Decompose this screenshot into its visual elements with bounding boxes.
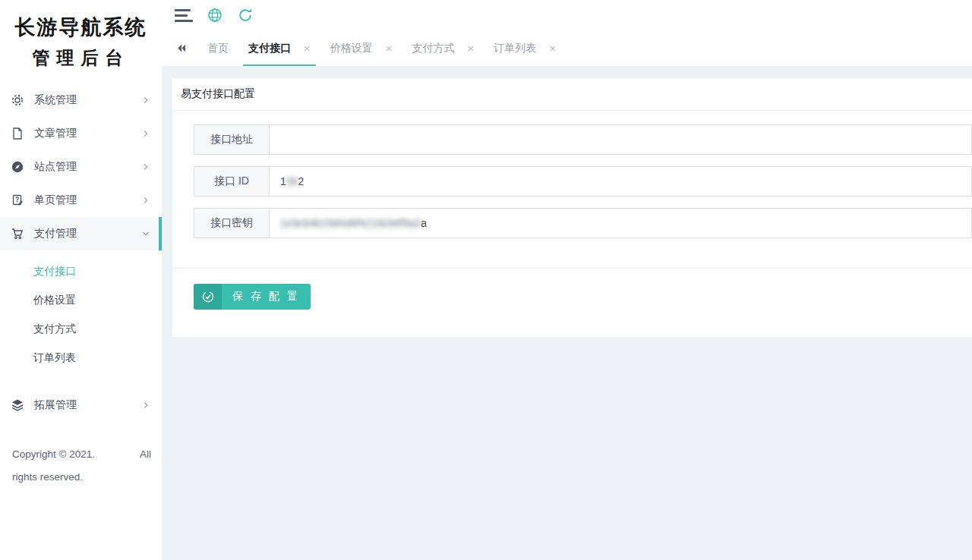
sidebar-item-label: 文章管理 — [34, 127, 140, 140]
copyright-text: Copyright © 2021. All rights reserved. — [12, 446, 151, 485]
form-row-interface-url: 接口地址 — [194, 124, 972, 155]
chevron-right-icon — [140, 128, 151, 139]
tab-label: 订单列表 — [494, 42, 536, 55]
app-logo: 长游导航系统 管理后台 — [0, 0, 162, 83]
tab-pay-method[interactable]: 支付方式 × — [402, 30, 484, 67]
id-redacted: 06 — [286, 175, 298, 187]
copyright-line1-right: All — [140, 446, 151, 462]
sidebar-item-label: 站点管理 — [34, 160, 140, 174]
submenu-item-order-list[interactable]: 订单列表 — [0, 343, 162, 372]
menu-toggle-icon[interactable] — [175, 8, 193, 24]
sidebar-item-payment[interactable]: 支付管理 — [0, 217, 162, 250]
gear-icon — [11, 93, 24, 107]
tab-bar: 首页 支付接口 × 价格设置 × 支付方式 × 订单列表 × — [162, 30, 972, 67]
copyright-line2: rights reserved. — [12, 469, 151, 485]
compass-icon — [11, 160, 24, 174]
submenu-item-price-setting[interactable]: 价格设置 — [0, 285, 162, 314]
tab-pay-interface[interactable]: 支付接口 × — [238, 30, 320, 67]
config-card: 易支付接口配置 接口地址 接口 ID 1062 接口密钥 1e9c84b19d4… — [172, 78, 972, 337]
sidebar-item-label: 单页管理 — [34, 193, 140, 207]
id-visible-suffix: 2 — [298, 175, 304, 187]
tab-order-list[interactable]: 订单列表 × — [484, 30, 566, 67]
topbar — [162, 0, 972, 30]
key-visible-suffix: a — [421, 217, 427, 229]
tab-label: 首页 — [207, 42, 229, 55]
sidebar-item-system[interactable]: 系统管理 — [0, 83, 162, 117]
logo-title: 长游导航系统 — [15, 14, 147, 41]
save-config-button[interactable]: 保 存 配 置 — [194, 284, 311, 310]
cart-icon — [11, 227, 24, 241]
button-row: 保 存 配 置 — [172, 269, 972, 337]
form-row-interface-key: 接口密钥 1e9c84b19d4d8f422dcb6f9a3a — [194, 208, 972, 238]
sidebar-item-singlepage[interactable]: 单页管理 — [0, 184, 162, 217]
config-form: 接口地址 接口 ID 1062 接口密钥 1e9c84b19d4d8f422dc… — [172, 111, 972, 238]
field-label: 接口地址 — [194, 124, 270, 155]
submenu-item-pay-method[interactable]: 支付方式 — [0, 314, 162, 343]
close-icon[interactable]: × — [304, 42, 311, 54]
chevron-right-icon — [140, 162, 151, 172]
interface-key-input[interactable]: 1e9c84b19d4d8f422dcb6f9a3a — [270, 208, 972, 238]
form-row-interface-id: 接口 ID 1062 — [194, 166, 972, 197]
submenu-item-pay-interface[interactable]: 支付接口 — [0, 256, 162, 285]
copyright-line1: Copyright © 2021. — [12, 446, 95, 462]
key-redacted: 1e9c84b19d4d8f422dcb6f9a3 — [280, 217, 421, 229]
field-label: 接口密钥 — [194, 208, 270, 238]
page-title: 易支付接口配置 — [172, 78, 972, 111]
sidebar-item-extension[interactable]: 拓展管理 — [0, 389, 162, 422]
tab-label: 价格设置 — [330, 42, 373, 55]
interface-url-input[interactable] — [270, 124, 972, 155]
id-visible-prefix: 1 — [280, 175, 286, 187]
tab-label: 支付接口 — [248, 42, 291, 55]
globe-icon[interactable] — [207, 7, 223, 24]
tab-home[interactable]: 首页 — [197, 30, 238, 67]
sidebar-item-label: 系统管理 — [34, 93, 140, 107]
field-label: 接口 ID — [194, 166, 270, 197]
check-circle-icon — [194, 284, 222, 310]
chevron-down-icon — [140, 228, 151, 239]
tab-scroll-left-icon[interactable] — [175, 42, 187, 54]
layers-icon — [11, 398, 24, 412]
tab-label: 支付方式 — [412, 42, 455, 55]
sidebar-item-site[interactable]: 站点管理 — [0, 150, 162, 184]
save-button-label: 保 存 配 置 — [222, 284, 311, 310]
sidebar-item-label: 支付管理 — [34, 227, 140, 241]
page-edit-icon — [11, 193, 24, 207]
sidebar-item-article[interactable]: 文章管理 — [0, 117, 162, 150]
close-icon[interactable]: × — [549, 42, 556, 54]
sidebar: 长游导航系统 管理后台 系统管理 文章管理 站点管理 单页管理 — [0, 0, 162, 560]
payment-submenu: 支付接口 价格设置 支付方式 订单列表 — [0, 250, 162, 376]
document-icon — [11, 127, 24, 140]
chevron-right-icon — [140, 95, 151, 105]
chevron-right-icon — [140, 400, 151, 411]
tab-price-setting[interactable]: 价格设置 × — [320, 30, 402, 67]
main-area: 首页 支付接口 × 价格设置 × 支付方式 × 订单列表 × 易支付接口配置 接… — [162, 0, 972, 560]
close-icon[interactable]: × — [386, 42, 393, 54]
close-icon[interactable]: × — [468, 42, 475, 54]
sidebar-item-label: 拓展管理 — [34, 398, 140, 412]
logo-subtitle: 管理后台 — [33, 46, 130, 70]
refresh-icon[interactable] — [237, 7, 254, 24]
content-area: 易支付接口配置 接口地址 接口 ID 1062 接口密钥 1e9c84b19d4… — [162, 67, 972, 560]
chevron-right-icon — [140, 195, 151, 206]
interface-id-input[interactable]: 1062 — [270, 166, 972, 197]
